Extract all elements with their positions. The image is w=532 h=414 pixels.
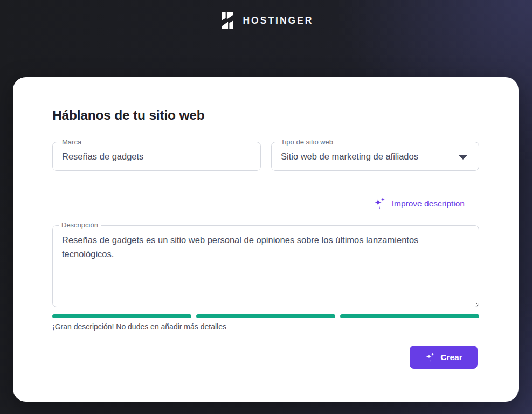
site-type-select[interactable]: Tipo de sitio web Sitio web de marketing… xyxy=(271,142,479,171)
quality-bar-segment xyxy=(340,314,479,318)
improve-description-label: Improve description xyxy=(392,199,465,209)
quality-bar-segment xyxy=(196,314,335,318)
quality-bar-segment xyxy=(52,314,191,318)
improve-description-button[interactable]: Improve description xyxy=(373,197,465,210)
create-button-label: Crear xyxy=(440,353,462,362)
page-title: Háblanos de tu sitio web xyxy=(52,108,204,123)
description-field-label: Descripción xyxy=(59,220,101,230)
website-setup-card: Háblanos de tu sitio web Marca Tipo de s… xyxy=(13,77,519,402)
top-bar: HOSTINGER xyxy=(0,0,532,41)
hostinger-logo-icon xyxy=(218,11,237,30)
sparkles-icon xyxy=(373,197,386,210)
description-quality-bars xyxy=(52,314,479,318)
create-button[interactable]: Crear xyxy=(410,346,478,369)
caret-down-icon xyxy=(458,155,468,160)
description-feedback-text: ¡Gran descripción! No dudes en añadir má… xyxy=(52,322,226,331)
brand-field-label: Marca xyxy=(59,137,84,147)
description-field: Descripción Reseñas de gadgets es un sit… xyxy=(52,225,479,307)
sparkles-icon xyxy=(425,352,436,363)
description-textarea[interactable]: Reseñas de gadgets es un sitio web perso… xyxy=(52,225,479,307)
site-type-label: Tipo de sitio web xyxy=(278,137,336,147)
brand-field: Marca xyxy=(52,142,261,171)
brand-wordmark: HOSTINGER xyxy=(243,15,313,26)
